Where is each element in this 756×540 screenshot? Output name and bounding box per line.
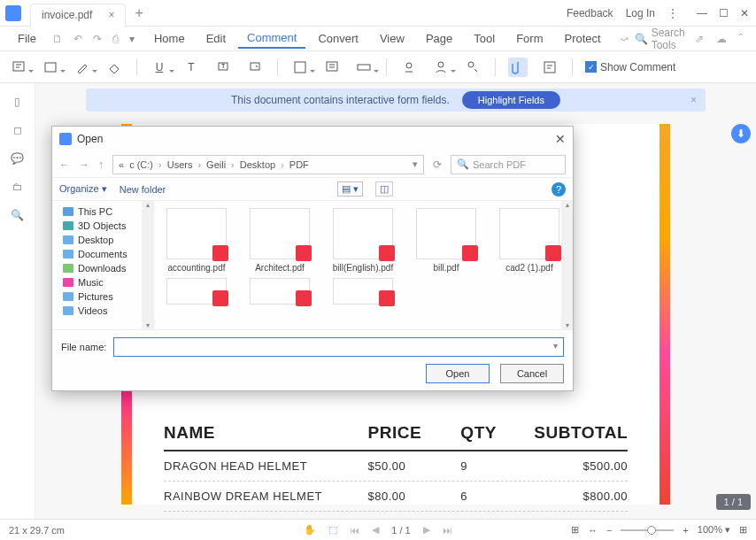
file-menu[interactable]: File bbox=[9, 29, 45, 48]
highlight-fields-button[interactable]: Highlight Fields bbox=[462, 91, 560, 109]
person-tool[interactable] bbox=[431, 58, 451, 77]
document-tab[interactable]: invoice.pdf × bbox=[30, 4, 126, 27]
download-floating-button[interactable]: ⬇ bbox=[731, 124, 751, 143]
tree-documents[interactable]: Documents bbox=[54, 247, 151, 261]
breadcrumb[interactable]: « c (C:)› Users› Geili› Desktop› PDF ▾ bbox=[112, 155, 424, 174]
tree-scrollbar[interactable]: ▴▾ bbox=[142, 201, 153, 329]
attachment-tool[interactable] bbox=[508, 58, 528, 77]
open-external-icon[interactable]: ⇗ bbox=[690, 33, 708, 45]
zoom-out-icon[interactable]: − bbox=[606, 525, 612, 536]
dialog-close-icon[interactable]: ✕ bbox=[555, 132, 566, 146]
print-icon[interactable]: ⎙ bbox=[109, 33, 122, 45]
file-item[interactable]: Architect.pdf bbox=[241, 208, 319, 273]
shape-tool[interactable] bbox=[290, 58, 310, 77]
current-page[interactable]: 1 / 1 bbox=[391, 525, 410, 536]
close-window-icon[interactable]: ✕ bbox=[738, 7, 751, 19]
menu-form[interactable]: Form bbox=[507, 29, 552, 48]
eraser-tool[interactable] bbox=[104, 58, 124, 77]
maximize-icon[interactable]: ☐ bbox=[717, 7, 729, 19]
fit-width-icon[interactable]: ↔ bbox=[588, 525, 598, 536]
file-item[interactable]: cad2 (1).pdf bbox=[490, 208, 568, 273]
show-comment-toggle[interactable]: ✓ Show Comment bbox=[585, 61, 675, 73]
tree-pictures[interactable]: Pictures bbox=[54, 289, 151, 304]
file-item[interactable] bbox=[241, 278, 319, 308]
note-tool[interactable] bbox=[9, 58, 28, 77]
form-comment-tool[interactable] bbox=[540, 58, 559, 77]
file-name-input[interactable] bbox=[113, 337, 564, 357]
file-item[interactable] bbox=[324, 278, 402, 308]
zoom-in-icon[interactable]: + bbox=[683, 525, 688, 536]
new-tab-button[interactable]: + bbox=[135, 5, 143, 21]
menu-edit[interactable]: Edit bbox=[197, 29, 235, 48]
organize-button[interactable]: Organize ▾ bbox=[59, 183, 107, 195]
tree-downloads[interactable]: Downloads bbox=[54, 261, 151, 275]
refresh-icon[interactable]: ⟳ bbox=[433, 158, 442, 171]
tree-desktop[interactable]: Desktop bbox=[54, 233, 151, 247]
select-tool-icon[interactable]: ⬚ bbox=[328, 524, 337, 536]
bookmark-icon[interactable]: ◻ bbox=[13, 124, 22, 136]
file-item[interactable]: accounting.pdf bbox=[158, 208, 235, 273]
open-button[interactable]: Open bbox=[426, 364, 490, 383]
pencil-tool[interactable] bbox=[73, 58, 92, 77]
edit-person-tool[interactable] bbox=[463, 58, 482, 77]
save-icon[interactable]: 🗋 bbox=[49, 33, 66, 45]
search-panel-icon[interactable]: 🔍 bbox=[11, 209, 24, 221]
new-folder-button[interactable]: New folder bbox=[120, 184, 166, 195]
view-mode-icon[interactable]: ▤ ▾ bbox=[337, 181, 363, 197]
nav-up-icon[interactable]: ↑ bbox=[98, 158, 104, 171]
login-link[interactable]: Log In bbox=[626, 7, 655, 19]
stamp-tool[interactable] bbox=[399, 58, 419, 77]
tree-3d-objects[interactable]: 3D Objects bbox=[54, 219, 151, 233]
dialog-search-input[interactable]: 🔍 Search PDF bbox=[451, 155, 566, 174]
file-item[interactable]: bill(English).pdf bbox=[324, 208, 402, 273]
text-tool[interactable]: T bbox=[181, 58, 201, 77]
next-page-icon[interactable]: ▶ bbox=[423, 524, 430, 536]
menu-page[interactable]: Page bbox=[417, 29, 461, 48]
file-item[interactable]: bill.pdf bbox=[407, 208, 485, 273]
expand-icon[interactable]: ˆ bbox=[735, 33, 747, 45]
preview-pane-icon[interactable]: ◫ bbox=[375, 181, 393, 197]
hand-tool-icon[interactable]: ✋ bbox=[304, 524, 316, 536]
share-icon[interactable]: ⤻ bbox=[617, 33, 631, 45]
sticky-note-tool[interactable] bbox=[322, 58, 342, 77]
redo-icon[interactable]: ↷ bbox=[89, 33, 105, 45]
menu-protect[interactable]: Protect bbox=[555, 29, 609, 48]
tree-videos[interactable]: Videos bbox=[54, 304, 151, 318]
measure-tool[interactable] bbox=[354, 58, 374, 77]
last-page-icon[interactable]: ⏭ bbox=[443, 525, 452, 536]
comments-panel-icon[interactable]: 💬 bbox=[11, 152, 24, 165]
file-item[interactable] bbox=[158, 278, 235, 308]
nav-back-icon[interactable]: ← bbox=[59, 158, 70, 171]
tree-music[interactable]: Music bbox=[54, 275, 151, 289]
more-icon[interactable]: ⋮ bbox=[667, 7, 678, 19]
prev-page-icon[interactable]: ◀ bbox=[372, 524, 379, 536]
menu-home[interactable]: Home bbox=[145, 29, 194, 48]
underline-tool[interactable]: U bbox=[150, 58, 169, 77]
text-box-tool[interactable] bbox=[41, 58, 60, 77]
text-replace-tool[interactable] bbox=[245, 58, 265, 77]
feedback-link[interactable]: Feedback bbox=[567, 7, 613, 19]
cloud-icon[interactable]: ☁ bbox=[712, 33, 731, 45]
text-callout-tool[interactable]: T bbox=[213, 58, 233, 77]
dropdown-icon[interactable]: ▾ bbox=[126, 33, 138, 45]
menu-tool[interactable]: Tool bbox=[465, 29, 504, 48]
infobar-close-icon[interactable]: × bbox=[690, 94, 697, 106]
grid-scrollbar[interactable]: ▴▾ bbox=[561, 201, 573, 329]
menu-view[interactable]: View bbox=[371, 29, 413, 48]
undo-icon[interactable]: ↶ bbox=[70, 33, 86, 45]
search-tools-input[interactable]: 🔍 Search Tools bbox=[635, 27, 687, 51]
cancel-button[interactable]: Cancel bbox=[500, 364, 564, 383]
fit-page-icon[interactable]: ⊞ bbox=[571, 524, 579, 536]
first-page-icon[interactable]: ⏮ bbox=[350, 525, 359, 536]
menu-comment[interactable]: Comment bbox=[238, 28, 305, 49]
zoom-slider[interactable] bbox=[621, 529, 674, 531]
menu-convert[interactable]: Convert bbox=[309, 29, 367, 48]
tab-close-icon[interactable]: × bbox=[108, 9, 114, 21]
view-grid-icon[interactable]: ⊞ bbox=[739, 524, 747, 536]
minimize-icon[interactable]: — bbox=[696, 7, 708, 19]
help-icon[interactable]: ? bbox=[552, 182, 566, 197]
tree-this-pc[interactable]: This PC bbox=[54, 204, 151, 219]
zoom-level[interactable]: 100% ▾ bbox=[698, 524, 730, 536]
thumbnails-icon[interactable]: ▯ bbox=[14, 96, 20, 108]
nav-forward-icon[interactable]: → bbox=[79, 158, 89, 171]
